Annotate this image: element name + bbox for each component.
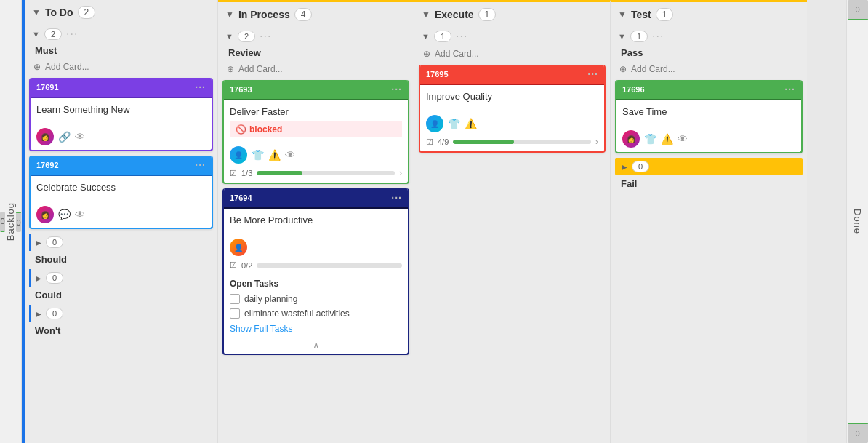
task-checkbox-1[interactable] [230, 294, 240, 304]
pass-add-card[interactable]: ⊕ Add Card... [615, 61, 803, 77]
execute-sl-collapse-icon: ▼ [422, 32, 430, 41]
add-card-icon: ⊕ [33, 62, 41, 72]
card-17694-menu[interactable]: ··· [391, 192, 402, 204]
show-full-tasks-link[interactable]: Show Full Tasks [224, 321, 408, 337]
review-add-card[interactable]: ⊕ Add Card... [222, 61, 409, 77]
triangle-icon: ⚠️ [268, 149, 281, 161]
fail-count: 0 [632, 161, 649, 172]
blocked-badge: 🚫 blocked [230, 121, 402, 137]
test-column-title: Test [631, 9, 651, 20]
card-17694[interactable]: 17694 ··· Be More Productive 👤 ☑ 0/2 [222, 188, 409, 355]
test-count-badge: 1 [656, 8, 674, 21]
task-checkbox-2[interactable] [230, 308, 240, 319]
wont-count: 0 [46, 308, 63, 319]
must-swimlane-header[interactable]: ▼ 2 ··· [29, 25, 213, 44]
task-item-2: eliminate wasteful activities [224, 306, 408, 321]
card-17695-body: Improve Quality [420, 85, 604, 112]
must-add-card[interactable]: ⊕ Add Card... [29, 59, 213, 75]
swimlane-wont[interactable]: ▶ 0 [29, 305, 213, 322]
card-17696-body: Save Time [616, 100, 801, 127]
card-17696-menu[interactable]: ··· [784, 84, 795, 95]
chat-icon: 💬 [58, 209, 71, 220]
card-17694-title: Be More Productive [230, 215, 402, 226]
eye-icon: 👁 [75, 131, 85, 143]
swimlane-could[interactable]: ▶ 0 [29, 269, 213, 287]
pass-swimlane-header[interactable]: ▼ 1 ··· [615, 27, 803, 46]
review-menu-icon[interactable]: ··· [260, 30, 271, 43]
should-count: 0 [46, 236, 63, 248]
progress-checkbox-icon-2: ☑ [230, 260, 237, 270]
column-test: ▼ Test 1 ▼ 1 ··· Pass ⊕ Add Card... [611, 0, 807, 443]
column-todo: ▼ To Do 2 ▼ 2 ··· Must ⊕ Add Card... [22, 0, 218, 443]
collapse-icon: ∧ [313, 340, 320, 351]
progress-checkbox-icon-3: ☑ [426, 137, 433, 147]
task-item-1: daily planning [224, 292, 408, 306]
progress-value: 1/3 [241, 169, 252, 177]
card-17695[interactable]: 17695 ··· Improve Quality 👤 👕 ⚠️ [419, 65, 606, 153]
card-17693-footer: 👤 👕 ⚠️ 👁 [224, 143, 408, 168]
swimlane-must: ▼ 2 ··· Must ⊕ Add Card... 17691 ··· [29, 25, 213, 229]
execute-add-card[interactable]: ⊕ Add Card... [419, 46, 606, 62]
card-collapse-button[interactable]: ∧ [224, 337, 408, 354]
execute-sl-count-badge: 1 [434, 31, 451, 42]
card-17692-menu[interactable]: ··· [195, 159, 206, 171]
card-17692-header: 17692 ··· [31, 156, 212, 176]
in-process-chevron-icon[interactable]: ▼ [225, 9, 234, 20]
pass-menu-icon[interactable]: ··· [652, 30, 664, 43]
execute-count-badge: 1 [478, 8, 497, 21]
shirt-icon-3: 👕 [644, 133, 656, 145]
card-17691-menu[interactable]: ··· [195, 81, 206, 93]
progress-chevron-icon-2[interactable]: › [595, 137, 598, 147]
card-17692[interactable]: 17692 ··· Celebrate Success 👩 💬 👁 [29, 156, 213, 229]
todo-column-body: ▼ 2 ··· Must ⊕ Add Card... 17691 ··· [25, 25, 217, 443]
in-process-count-badge: 4 [294, 8, 313, 21]
card-17695-menu[interactable]: ··· [587, 68, 598, 80]
test-column-body: ▼ 1 ··· Pass ⊕ Add Card... 17696 ··· [611, 27, 807, 443]
should-arrow-icon: ▶ [36, 239, 41, 247]
done-bottom-badge: 0 [848, 423, 868, 443]
backlog-label: Backlog [5, 202, 16, 241]
done-label: Done [852, 209, 863, 234]
triangle-icon-3: ⚠️ [661, 133, 673, 145]
add-card-label-p: Add Card... [631, 64, 675, 74]
triangle-icon-2: ⚠️ [465, 118, 477, 129]
swimlane-review: ▼ 2 ··· Review ⊕ Add Card... 17693 ··· [222, 27, 409, 355]
card-17696[interactable]: 17696 ··· Save Time 👩 👕 ⚠️ 👁 [615, 80, 803, 153]
wont-arrow-icon: ▶ [36, 310, 41, 318]
todo-column-header: ▼ To Do 2 [25, 0, 217, 25]
column-execute: ▼ Execute 1 ▼ 1 ··· ⊕ Add Card... 17695 [414, 0, 611, 443]
must-count-badge: 2 [44, 28, 62, 40]
card-17695-title: Improve Quality [426, 91, 598, 102]
progress-value-2: 0/2 [241, 261, 252, 270]
should-label: Should [29, 254, 213, 269]
card-17693[interactable]: 17693 ··· Deliver Faster 🚫 blocked 👤 [222, 80, 409, 184]
progress-chevron-icon[interactable]: › [399, 168, 402, 178]
must-menu-icon[interactable]: ··· [66, 28, 78, 41]
card-17696-header: 17696 ··· [616, 80, 801, 100]
card-17693-menu[interactable]: ··· [391, 84, 402, 95]
test-chevron-icon[interactable]: ▼ [618, 9, 627, 20]
swimlane-fail[interactable]: ▶ 0 [615, 158, 803, 175]
fail-label: Fail [615, 178, 803, 193]
card-17696-title: Save Time [622, 106, 795, 117]
card-17691-body: Learn Something New [31, 98, 212, 125]
add-card-icon-r: ⊕ [227, 64, 234, 74]
card-17692-footer: 👩 💬 👁 [31, 203, 212, 228]
execute-swimlane-header[interactable]: ▼ 1 ··· [419, 27, 606, 46]
card-17691[interactable]: 17691 ··· Learn Something New 👩 🔗 👁 [29, 78, 213, 151]
progress-bar-fill-3 [453, 140, 513, 144]
progress-value-3: 4/9 [438, 137, 449, 146]
card-17691-footer: 👩 🔗 👁 [31, 125, 212, 150]
review-swimlane-header[interactable]: ▼ 2 ··· [222, 27, 409, 46]
execute-sl-menu-icon[interactable]: ··· [456, 30, 467, 43]
card-17695-avatar: 👤 [426, 115, 443, 132]
review-collapse-icon: ▼ [225, 32, 233, 41]
execute-column-title: Execute [435, 9, 474, 20]
add-card-label: Add Card... [45, 62, 89, 72]
todo-chevron-icon[interactable]: ▼ [32, 7, 41, 17]
swimlane-should[interactable]: ▶ 0 [29, 234, 213, 251]
pass-label: Pass [615, 46, 803, 61]
done-sidebar: 0 Done 0 [846, 0, 868, 443]
card-17693-body: Deliver Faster 🚫 blocked [224, 100, 408, 143]
execute-chevron-icon[interactable]: ▼ [422, 9, 430, 20]
